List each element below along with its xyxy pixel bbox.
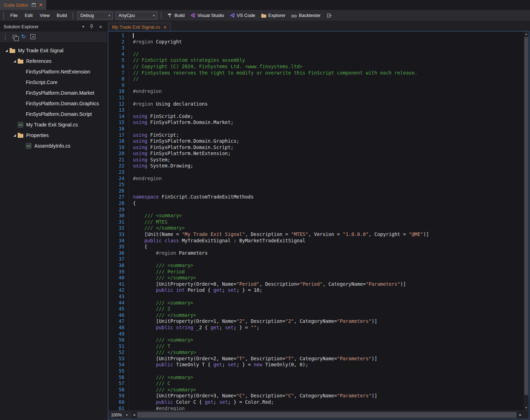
build-button[interactable]: Build bbox=[165, 11, 187, 19]
code-line[interactable]: 26 bbox=[108, 188, 524, 194]
code-line[interactable]: 54 public TimeOnly T { get; set; } = new… bbox=[108, 362, 524, 368]
code-line[interactable]: 33 [Unit(Name = "My Trade Exit Signal", … bbox=[108, 231, 524, 238]
explorer-button[interactable]: Explorer bbox=[258, 11, 288, 19]
toolbar-grip[interactable] bbox=[3, 12, 5, 19]
configuration-dropdown[interactable]: Debug ▾ bbox=[77, 12, 113, 19]
code-line[interactable]: 30 /// <summary> bbox=[108, 213, 524, 219]
code-line[interactable]: 34 public class MyTradeExitSignal : ByMa… bbox=[108, 238, 524, 244]
panel-menu-icon[interactable]: ▾ bbox=[81, 24, 86, 30]
code-line[interactable]: 56 /// <summary> bbox=[108, 374, 524, 381]
code-line[interactable]: 38 /// <summary> bbox=[108, 262, 524, 269]
toolbar-grip[interactable] bbox=[5, 34, 6, 40]
code-line[interactable]: 3 bbox=[108, 45, 524, 51]
code-line[interactable]: 43 bbox=[108, 294, 524, 300]
code-line[interactable]: 47 [UnitProperty(Order=1, Name="2", Desc… bbox=[108, 318, 524, 325]
code-line[interactable]: 35 { bbox=[108, 244, 524, 250]
code-line[interactable]: 44 /// <summary> bbox=[108, 300, 524, 306]
tree-item[interactable]: FinSysPlatform.Domain.Graphics bbox=[0, 98, 107, 109]
code-line[interactable]: 36 #region Parameters bbox=[108, 250, 524, 256]
code-line[interactable]: 46 /// </summary> bbox=[108, 312, 524, 319]
code-line[interactable]: 14using FinScript.Code; bbox=[108, 113, 524, 120]
code-line[interactable]: 40 /// </summary> bbox=[108, 275, 524, 281]
code-line[interactable]: 20using FinSysPlatform.NetExtension; bbox=[108, 150, 524, 157]
tree-item[interactable]: ◢References bbox=[0, 56, 107, 66]
code-line[interactable]: 37 bbox=[108, 256, 524, 262]
code-line[interactable]: 11 bbox=[108, 95, 524, 101]
code-line[interactable]: 7// FinSystems reserves the right to mod… bbox=[108, 70, 524, 76]
restore-window-icon[interactable] bbox=[32, 3, 36, 7]
backtester-button[interactable]: Backtester bbox=[289, 11, 323, 19]
code-editor[interactable]: 12#region Copyright34//5// FinScript cus… bbox=[108, 31, 524, 410]
code-line[interactable]: 2#region Copyright bbox=[108, 39, 524, 45]
code-line[interactable]: 53 [UnitProperty(Order=2, Name="T", Desc… bbox=[108, 356, 524, 362]
code-line[interactable]: 6// Copyright (C) 2024, FinSystems Ltd. … bbox=[108, 64, 524, 70]
code-line[interactable]: 22using System.Drawing; bbox=[108, 163, 524, 169]
code-line[interactable]: 18using FinSysPlatform.Domain.Graphics; bbox=[108, 138, 524, 144]
code-line[interactable]: 48 public string _2 { get; set; } = ""; bbox=[108, 325, 524, 331]
code-line[interactable]: 9 bbox=[108, 82, 524, 89]
code-line[interactable]: 52 /// </summary> bbox=[108, 349, 524, 356]
vertical-scrollbar[interactable]: ▲ ▼ bbox=[524, 31, 529, 410]
code-line[interactable]: 59 [UnitProperty(Order=3, Name="C", Desc… bbox=[108, 393, 524, 399]
code-line[interactable]: 8// bbox=[108, 76, 524, 82]
window-title-tab[interactable]: Code Editor × bbox=[0, 0, 46, 10]
code-line[interactable]: 12#region Using declarations bbox=[108, 101, 524, 107]
refresh-icon[interactable]: ↻ bbox=[21, 34, 26, 40]
code-line[interactable]: 39 /// Period bbox=[108, 269, 524, 275]
visual-studio-button[interactable]: Visual Studio bbox=[188, 11, 227, 19]
code-line[interactable]: 60 public Color C { get; set; } = Color.… bbox=[108, 399, 524, 406]
code-line[interactable]: 1 bbox=[108, 32, 524, 39]
horizontal-scrollbar[interactable]: ◀ ▶ bbox=[131, 411, 524, 419]
expand-arrow-icon[interactable]: ◢ bbox=[12, 59, 18, 63]
code-line[interactable]: 45 /// 2 bbox=[108, 306, 524, 312]
close-tab-icon[interactable]: × bbox=[164, 25, 167, 30]
add-item-icon[interactable]: + bbox=[30, 34, 35, 39]
tree-item[interactable]: C#AssemblyInfo.cs bbox=[0, 141, 107, 151]
code-line[interactable]: 50 /// <summary> bbox=[108, 337, 524, 343]
code-line[interactable]: 29 bbox=[108, 207, 524, 213]
code-line[interactable]: 57 /// C bbox=[108, 380, 524, 387]
platform-dropdown[interactable]: AnyCpu ▾ bbox=[116, 12, 157, 19]
tree-item[interactable]: FinScript.Core bbox=[0, 77, 107, 88]
tree-item[interactable]: ◢Properties bbox=[0, 130, 107, 141]
scroll-right-icon[interactable]: ▶ bbox=[517, 413, 524, 416]
code-line[interactable]: 49 bbox=[108, 331, 524, 337]
code-line[interactable]: 51 /// T bbox=[108, 343, 524, 350]
tree-item[interactable]: C#My Trade Exit Signal.cs bbox=[0, 119, 107, 130]
tree-item[interactable]: FinSysPlatform.NetExtension bbox=[0, 66, 107, 77]
tree-item[interactable]: FinSysPlatform.Domain.Script bbox=[0, 109, 107, 119]
code-line[interactable]: 16 bbox=[108, 126, 524, 132]
code-line[interactable]: 32 /// </summary> bbox=[108, 225, 524, 231]
code-line[interactable]: 61 #endregion bbox=[108, 406, 524, 410]
code-line[interactable]: 15using FinSysPlatform.Domain.Market; bbox=[108, 119, 524, 126]
toolbar-grip[interactable] bbox=[161, 12, 162, 19]
menu-edit[interactable]: Edit bbox=[22, 11, 36, 20]
code-line[interactable]: 24#endregion bbox=[108, 176, 524, 182]
code-line[interactable]: 10#endregion bbox=[108, 88, 524, 95]
close-panel-icon[interactable]: × bbox=[98, 23, 103, 30]
vs-code-button[interactable]: VS Code bbox=[227, 11, 258, 19]
code-line[interactable]: 31 /// MTES bbox=[108, 219, 524, 225]
expand-arrow-icon[interactable]: ◢ bbox=[4, 49, 10, 52]
code-line[interactable]: 23 bbox=[108, 169, 524, 176]
code-line[interactable]: 42 public int Period { get; set; } = 10; bbox=[108, 287, 524, 294]
code-line[interactable]: 41 [UnitProperty(Order=0, Name="Period",… bbox=[108, 281, 524, 288]
code-line[interactable]: 4// bbox=[108, 51, 524, 58]
code-line[interactable]: 55 bbox=[108, 368, 524, 374]
expand-arrow-icon[interactable]: ◢ bbox=[12, 134, 18, 137]
code-line[interactable]: 25 bbox=[108, 182, 524, 188]
tab-my-trade-exit-signal[interactable]: My Trade Exit Signal.cs × bbox=[108, 23, 170, 31]
code-line[interactable]: 5// FinScript custom strategies assembly bbox=[108, 57, 524, 64]
tree-item[interactable]: FinSysPlatform.Domain.Market bbox=[0, 88, 107, 98]
close-window-icon[interactable]: × bbox=[39, 2, 42, 8]
export-button[interactable] bbox=[324, 11, 334, 20]
scroll-down-icon[interactable]: ▼ bbox=[524, 405, 529, 410]
menu-view[interactable]: View bbox=[36, 11, 53, 20]
toolbar-grip[interactable] bbox=[72, 12, 74, 19]
code-line[interactable]: 27namespace FinScript.CustomTradeExitMet… bbox=[108, 194, 524, 200]
menu-build[interactable]: Build bbox=[53, 11, 70, 20]
scroll-left-icon[interactable]: ◀ bbox=[131, 413, 137, 416]
code-line[interactable]: 19using FinSysPlatform.Domain.Script; bbox=[108, 144, 524, 151]
code-line[interactable]: 13 bbox=[108, 107, 524, 113]
vertical-scrollbar-thumb[interactable] bbox=[524, 37, 528, 395]
